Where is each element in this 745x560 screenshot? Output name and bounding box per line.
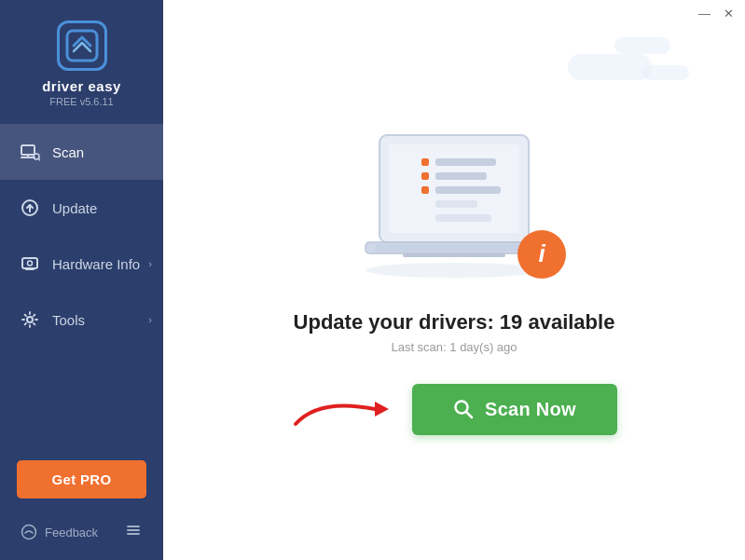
svg-rect-27 — [375, 244, 533, 252]
logo-icon — [57, 20, 107, 71]
svg-rect-19 — [421, 172, 429, 180]
logo-svg — [65, 29, 99, 62]
list-icon[interactable] — [124, 521, 143, 543]
sidebar-item-update[interactable]: Update — [0, 180, 163, 236]
svg-point-9 — [28, 261, 33, 266]
tools-chevron-icon: › — [148, 314, 152, 325]
minimize-button[interactable]: — — [698, 7, 711, 20]
app-window: — ✕ driver easy FREE v5.6.11 — [0, 0, 745, 560]
scan-search-icon — [453, 399, 474, 419]
main-layout: driver easy FREE v5.6.11 Scan — [0, 0, 745, 560]
app-name: driver easy — [42, 78, 121, 94]
scan-icon — [19, 141, 41, 163]
sidebar-item-tools[interactable]: Tools › — [0, 292, 163, 348]
svg-point-11 — [27, 317, 33, 322]
svg-rect-1 — [21, 145, 34, 155]
close-button[interactable]: ✕ — [724, 7, 734, 20]
scan-area: Scan Now — [291, 384, 617, 435]
cloud-decoration-3 — [642, 65, 689, 80]
feedback-item[interactable]: Feedback — [21, 524, 98, 540]
update-icon — [19, 197, 41, 219]
arrow-decoration — [291, 389, 393, 430]
cloud-decoration-1 — [568, 54, 652, 80]
get-pro-button[interactable]: Get PRO — [17, 460, 146, 499]
app-version: FREE v5.6.11 — [49, 96, 113, 107]
svg-rect-20 — [421, 186, 429, 194]
sidebar-bottom: Feedback — [0, 508, 163, 560]
svg-rect-8 — [22, 258, 37, 268]
svg-point-29 — [366, 263, 543, 278]
svg-rect-24 — [435, 200, 477, 208]
svg-marker-30 — [375, 402, 389, 417]
title-bar: — ✕ — [687, 0, 745, 27]
svg-line-5 — [38, 158, 40, 160]
svg-rect-28 — [403, 253, 505, 257]
scan-now-button[interactable]: Scan Now — [412, 384, 617, 435]
scan-now-label: Scan Now — [485, 399, 576, 420]
tools-icon — [19, 308, 41, 331]
last-scan-text: Last scan: 1 day(s) ago — [391, 340, 517, 354]
svg-rect-22 — [435, 172, 487, 180]
sidebar-tools-label: Tools — [52, 312, 85, 328]
laptop-illustration: i — [352, 126, 557, 288]
sidebar-hardware-label: Hardware Info — [52, 256, 140, 272]
svg-rect-23 — [435, 186, 501, 194]
hardware-icon — [19, 253, 41, 275]
sidebar-item-hardware-info[interactable]: Hardware Info › — [0, 236, 163, 292]
svg-rect-0 — [67, 31, 97, 61]
sidebar: driver easy FREE v5.6.11 Scan — [0, 0, 163, 560]
svg-line-32 — [466, 412, 472, 417]
sidebar-logo: driver easy FREE v5.6.11 — [0, 0, 163, 124]
hardware-chevron-icon: › — [148, 258, 152, 269]
svg-rect-21 — [435, 158, 496, 166]
feedback-label: Feedback — [45, 526, 98, 540]
feedback-icon — [21, 524, 37, 540]
nav-items: Scan Update — [0, 124, 163, 447]
update-title: Update your drivers: 19 available — [294, 310, 615, 335]
sidebar-update-label: Update — [52, 200, 97, 216]
svg-point-12 — [22, 526, 36, 540]
main-content: i Update your drivers: 19 available Last… — [163, 0, 745, 560]
sidebar-scan-label: Scan — [52, 144, 84, 160]
info-badge: i — [517, 230, 566, 279]
cloud-decoration-2 — [614, 37, 670, 54]
svg-rect-18 — [421, 158, 429, 166]
svg-rect-25 — [435, 214, 491, 222]
sidebar-item-scan[interactable]: Scan — [0, 124, 163, 180]
